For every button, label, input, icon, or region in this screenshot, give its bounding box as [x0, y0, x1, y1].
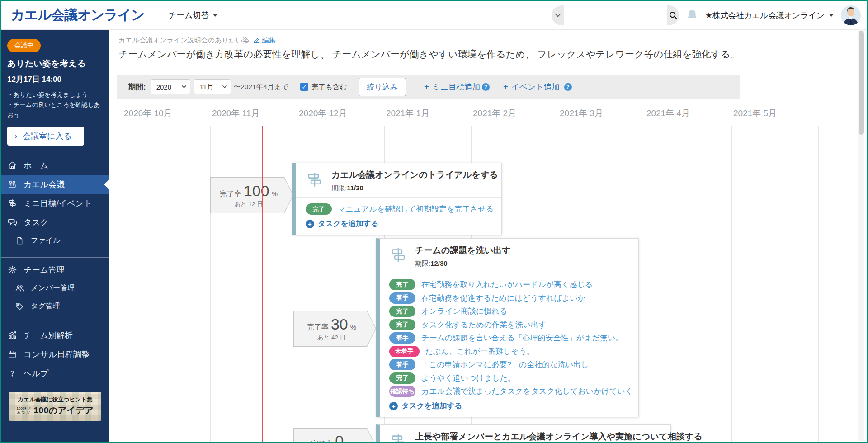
sidebar-item-label: ミニ目標/イベント	[24, 198, 92, 209]
meeting-panel: 会議中 ありたい姿を考える 12月17日 14:00 ・ありたい姿を考えましょう…	[1, 30, 109, 146]
search-button[interactable]	[667, 5, 679, 25]
task-row: 着手チームの課題を言い合える「心理的安全性」がまだ無い。	[389, 332, 628, 344]
task-status-badge: 未着手	[389, 346, 420, 357]
sidebar-item-label: ヘルプ	[24, 368, 48, 379]
task-row: 着手在宅勤務を促進するためにはどうすればよいか	[389, 292, 628, 304]
sidebar-divider	[1, 323, 109, 323]
month-label: 2021年 3月	[560, 108, 603, 119]
add-task-label: タスクを追加する	[318, 219, 378, 229]
task-link[interactable]: オンライン商談に慣れる	[421, 306, 507, 316]
task-status-badge: 着手	[389, 332, 415, 344]
task-row: 完了マニュアルを確認して初期設定を完了させる	[306, 203, 491, 215]
signpost-icon	[389, 245, 408, 264]
sidebar: 会議中 ありたい姿を考える 12月17日 14:00 ・ありたい姿を考えましょう…	[1, 30, 109, 442]
add-task-link[interactable]: + タスクを追加する	[389, 401, 628, 411]
task-link[interactable]: ようやく追いつけました。	[421, 373, 515, 383]
year-value: 2020	[156, 83, 171, 91]
grid-vline	[818, 126, 819, 442]
add-task-link[interactable]: + タスクを追加する	[306, 219, 491, 229]
task-status-badge: 完了	[389, 306, 415, 317]
rate-value: 30	[331, 316, 348, 333]
breadcrumb-text: カエル会議オンライン説明会のありたい姿	[118, 36, 250, 45]
sidebar-item-members[interactable]: メンバー管理	[1, 279, 109, 297]
user-avatar[interactable]	[841, 5, 861, 25]
hint-collection-banner[interactable]: カエル会議に役立つヒント集 1000社と みつけた 100のアイデア	[9, 392, 101, 421]
enter-meeting-room-button[interactable]: › 会議室に入る	[7, 127, 84, 146]
sidebar-item-label: ホーム	[24, 160, 48, 171]
search-scope-dropdown[interactable]	[552, 5, 564, 25]
task-link[interactable]: チームの課題を言い合える「心理的安全性」がまだ無い。	[421, 333, 623, 343]
month-value: 11月	[200, 83, 214, 91]
task-link[interactable]: マニュアルを確認して初期設定を完了させる	[338, 204, 494, 214]
apply-filter-button[interactable]: 絞り込み	[359, 78, 406, 96]
vertical-scrollbar[interactable]	[858, 29, 864, 441]
chevron-down-icon	[555, 12, 560, 17]
notification-bell-icon[interactable]	[686, 9, 698, 22]
task-link[interactable]: 在宅勤務を取り入れたいがハードルが高く感じる	[421, 279, 593, 290]
goal-card[interactable]: 上長や部署メンバーとカエル会議オンライン導入や実施について相談する 期限:12/…	[376, 424, 671, 443]
account-menu[interactable]: ★株式会社カエル会議オンライン	[705, 10, 834, 21]
sidebar-item-file[interactable]: ファイル	[1, 232, 109, 250]
agenda-line: ・ありたい姿を考えましょう	[7, 90, 103, 100]
scrollbar-thumb[interactable]	[859, 31, 864, 135]
sidebar-item-frog[interactable]: カエル会議	[1, 175, 109, 194]
goal-card[interactable]: カエル会議オンラインのトライアルをする 期限:11/30 完了マニュアルを確認し…	[292, 163, 502, 235]
rate-value: 100	[244, 182, 269, 200]
sidebar-item-calendar[interactable]: コンサル日程調整	[1, 345, 109, 364]
sidebar-item-label: タスク	[24, 217, 48, 228]
sidebar-item-help[interactable]: ヘルプ	[1, 364, 109, 383]
task-link[interactable]: たぶん、これが一番難しそう。	[425, 346, 535, 357]
deadline-label: 期限:	[415, 259, 430, 267]
add-mini-goal-label: ミニ目標追加	[432, 81, 480, 92]
plus-circle-icon: +	[306, 220, 314, 228]
sidebar-item-chat[interactable]: タスク	[1, 213, 109, 232]
task-link[interactable]: 「この申請ホンマに必要?」の全社的な洗い出し	[421, 359, 589, 370]
meeting-status-badge: 会議中	[7, 39, 41, 52]
month-label: 2021年 1月	[386, 108, 429, 119]
goal-card[interactable]: チームの課題を洗い出す 期限:12/30 完了在宅勤務を取り入れたいがハードルが…	[376, 238, 639, 417]
goal-title: 上長や部署メンバーとカエル会議オンライン導入や実施について相談する	[415, 431, 703, 443]
task-row: 完了タスク化するための作業を洗い出す	[389, 319, 628, 330]
rate-caption: 完了率	[311, 439, 333, 443]
account-name: ★株式会社カエル会議オンライン	[705, 10, 825, 21]
help-question-icon[interactable]: ?	[482, 83, 490, 91]
month-select[interactable]: 11月	[194, 79, 231, 94]
sidebar-item-label: ファイル	[31, 236, 61, 245]
task-link[interactable]: タスク化するための作業を洗い出す	[421, 320, 546, 330]
task-status-badge: 完了	[389, 372, 415, 384]
rate-unit: %	[350, 323, 356, 331]
today-marker-line	[262, 126, 263, 442]
task-link[interactable]: 在宅勤務を促進するためにはどうすればよいか	[421, 293, 585, 303]
rate-caption: 完了率	[307, 323, 329, 332]
app-logo[interactable]: カエル会議オンライン	[11, 6, 145, 24]
goal-title: カエル会議オンラインのトライアルをする	[331, 169, 498, 181]
edit-label: 編集	[262, 36, 276, 45]
sidebar-item-chart[interactable]: チーム別解析	[1, 326, 109, 345]
task-status-badge: 完了	[389, 319, 415, 330]
add-mini-goal-link[interactable]: + ミニ目標追加 ?	[424, 81, 490, 92]
edit-vision-link[interactable]: 編集	[253, 36, 276, 45]
help-question-icon[interactable]: ?	[564, 83, 572, 91]
meeting-agenda: ・ありたい姿を考えましょう・チームの良いところを確認しあおう	[7, 90, 103, 120]
task-link[interactable]: カエル会議で決まったタスクをタスク化しておいかけていく	[421, 386, 633, 396]
deadline-label: 期限:	[331, 184, 347, 192]
sidebar-item-gear[interactable]: チーム管理	[1, 260, 109, 279]
search-input[interactable]	[564, 5, 667, 25]
add-task-label: タスクを追加する	[401, 401, 462, 411]
sidebar-item-signpost[interactable]: ミニ目標/イベント	[1, 194, 109, 213]
add-event-link[interactable]: + イベント追加 ?	[503, 81, 572, 92]
breadcrumb: カエル会議オンライン説明会のありたい姿 編集	[118, 36, 276, 45]
sidebar-item-home[interactable]: ホーム	[1, 156, 109, 175]
grid-vline	[645, 126, 645, 442]
task-status-badge: 完了	[389, 279, 415, 290]
task-row: 完了オンライン商談に慣れる	[389, 306, 628, 317]
team-switch-menu[interactable]: チーム切替	[168, 10, 218, 21]
include-done-checkbox[interactable]: ✓	[300, 83, 308, 91]
sidebar-item-label: メンバー管理	[31, 283, 75, 293]
sidebar-item-tag[interactable]: タグ管理	[1, 297, 109, 316]
deadline-value: 11/30	[347, 184, 363, 192]
rate-value: 0	[335, 432, 344, 443]
year-select[interactable]: 2020	[151, 79, 190, 94]
month-label: 2020年 10月	[124, 108, 172, 119]
month-label: 2021年 5月	[733, 108, 777, 119]
